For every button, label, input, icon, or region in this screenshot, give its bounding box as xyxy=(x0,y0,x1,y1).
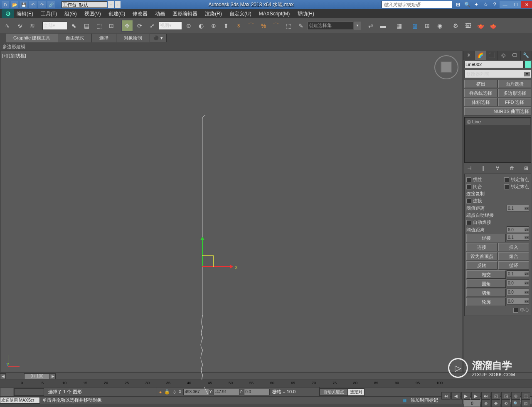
pin-stack-icon[interactable]: ⊣ xyxy=(465,164,473,172)
nav1-icon[interactable]: ◱ xyxy=(491,392,500,400)
lock2-icon[interactable]: 🔒 xyxy=(164,389,170,395)
material-icon[interactable]: ◉ xyxy=(434,20,446,32)
btn-chamfer[interactable]: 切角 xyxy=(466,289,506,297)
selection-filter[interactable]: 全部 ▾ xyxy=(42,22,67,30)
mirror-icon[interactable]: ⇄ xyxy=(365,20,377,32)
btn-weld[interactable]: 焊接 xyxy=(466,234,506,242)
angle-snap-icon[interactable]: 3 xyxy=(233,20,244,32)
btn-cycle[interactable]: 循环 xyxy=(498,261,530,270)
modifier-list-dropdown[interactable]: 修改器列表 xyxy=(464,70,531,78)
btn-reverse[interactable]: 反转 xyxy=(466,261,498,270)
panel-tab-display[interactable]: 🖵 xyxy=(509,51,521,60)
selset-dd-icon[interactable]: ▼ xyxy=(354,22,361,30)
btn-ffd-select[interactable]: FFD 选择 xyxy=(498,98,532,106)
render-frame-icon[interactable]: 🖼 xyxy=(462,20,474,32)
isolate-icon[interactable]: ◊ xyxy=(170,390,179,395)
selection-set-dropdown[interactable]: 创建选择集 xyxy=(308,22,353,30)
minimize-button[interactable]: — xyxy=(500,1,510,8)
lock-icon[interactable]: ● xyxy=(157,390,164,395)
stack-item-line[interactable]: Line xyxy=(466,118,530,125)
help-icon[interactable]: ? xyxy=(490,1,499,8)
redo-icon[interactable]: ↷ xyxy=(38,1,46,8)
configure-icon[interactable]: ⊞ xyxy=(522,164,530,172)
modifier-stack[interactable]: Line xyxy=(464,117,531,163)
menu-graph[interactable]: 图形编辑器 xyxy=(172,10,197,17)
menu-help[interactable]: 帮助(H) xyxy=(297,10,314,17)
remove-mod-icon[interactable]: 🗑 xyxy=(508,164,516,172)
help-search-input[interactable] xyxy=(382,1,452,8)
prev-frame-icon[interactable]: ◀ xyxy=(451,392,461,400)
select-icon[interactable]: ⬉ xyxy=(68,20,80,32)
show-result-icon[interactable]: ‖ xyxy=(479,164,488,172)
menu-maxscript[interactable]: MAXScript(M) xyxy=(259,11,290,17)
time-config-icon[interactable]: ⊕ xyxy=(481,400,490,407)
favorite-icon[interactable]: ☆ xyxy=(481,1,490,8)
maxscript-listener[interactable]: 欢迎使用 MAXScr xyxy=(0,397,40,404)
link-icon[interactable]: 🔗 xyxy=(47,1,55,8)
panel-tab-utilities[interactable]: 🔧 xyxy=(521,51,532,60)
viewport-label[interactable]: [+][顶][线框] xyxy=(2,53,26,59)
chk-linear[interactable] xyxy=(466,177,471,182)
quick-render-icon[interactable]: 🫖 xyxy=(487,20,499,32)
btn-vol-select[interactable]: 体积选择 xyxy=(464,98,498,106)
cross-spinner[interactable]: 0.1 xyxy=(507,270,529,277)
open-icon[interactable]: 📂 xyxy=(11,1,18,8)
keyboard-icon[interactable]: ⊕ xyxy=(208,20,219,32)
rect-select-icon[interactable]: ⬚ xyxy=(93,20,105,32)
vnav2-icon[interactable]: ⟲ xyxy=(501,400,510,407)
goto-end-icon[interactable]: ⏭ xyxy=(481,392,490,400)
btn-extrude[interactable]: 挤出 xyxy=(464,80,498,88)
ribbon-tab-selection[interactable]: 选择 xyxy=(92,34,116,42)
ribbon-tab-paint[interactable]: 对象绘制 xyxy=(116,34,150,42)
ribbon-tab-freeform[interactable]: 自由形式 xyxy=(58,34,92,42)
panel-tab-motion[interactable]: ◎ xyxy=(498,51,510,60)
weld-spinner[interactable]: 0.1 xyxy=(507,234,529,240)
workspace-menu-icon[interactable]: ▸ xyxy=(115,1,121,8)
undo-icon[interactable]: ↶ xyxy=(29,1,37,8)
fillet-spinner[interactable]: 0.0 xyxy=(507,280,529,286)
bind-tool-icon[interactable]: ≋ xyxy=(27,20,38,32)
close-button[interactable]: ✕ xyxy=(521,1,532,8)
chk-bindlast[interactable] xyxy=(504,184,509,189)
curve-editor-icon[interactable]: ▨ xyxy=(409,20,421,32)
save-icon[interactable]: 💾 xyxy=(20,1,27,8)
infocenter-icon[interactable]: ⊞ xyxy=(454,1,462,8)
menu-edit[interactable]: 编辑(E) xyxy=(17,10,33,17)
menu-create[interactable]: 创建(C) xyxy=(108,10,126,17)
move-tool-icon[interactable]: ✥ xyxy=(121,20,133,32)
unlink-tool-icon[interactable]: ∿̷ xyxy=(14,20,26,32)
time-ruler[interactable]: 0510152025303540455055606570758085909510… xyxy=(0,380,532,387)
menu-group[interactable]: 组(G) xyxy=(64,10,76,17)
viewcube[interactable] xyxy=(434,55,458,79)
chk-closed[interactable] xyxy=(466,184,471,189)
autokey-button[interactable]: 自动关键点 xyxy=(320,388,348,396)
window-crossing-icon[interactable]: ⊡ xyxy=(106,20,117,32)
spinner-snap-icon[interactable]: ⌒ xyxy=(270,20,282,32)
ribbon-tab-more[interactable]: ⚫ ▾ xyxy=(150,34,167,42)
z-coord-input[interactable]: 0.0 xyxy=(244,389,270,395)
rotate-tool-icon[interactable]: ⟳ xyxy=(134,20,145,32)
outline-spinner[interactable]: 0.0 xyxy=(507,298,529,304)
btn-cross[interactable]: 相交 xyxy=(466,270,506,279)
ref-coord-dropdown[interactable]: 视图 ▾ xyxy=(159,22,182,30)
menu-render[interactable]: 渲染(R) xyxy=(205,10,222,17)
pivot-icon[interactable]: ⊙ xyxy=(183,20,195,32)
y-coord-input[interactable]: -47.91 xyxy=(214,389,239,395)
render-icon[interactable]: 🫖 xyxy=(475,20,486,32)
vnav3-icon[interactable]: 🔍 xyxy=(511,400,520,407)
vnav4-icon[interactable]: ⊡ xyxy=(521,400,530,407)
layer-icon[interactable]: ▦ xyxy=(393,20,405,32)
play-icon[interactable]: ▶ xyxy=(461,392,470,400)
snap-toggle-icon[interactable]: ⬆ xyxy=(220,20,232,32)
comm-icon[interactable]: ▦ xyxy=(401,397,408,403)
menu-anim[interactable]: 动画 xyxy=(155,10,165,17)
btn-insert[interactable]: 插入 xyxy=(498,243,530,251)
time-input[interactable]: 0 xyxy=(464,400,480,407)
autoweld-spinner[interactable]: 6.0 xyxy=(507,226,529,233)
search-icon[interactable]: 🔍 xyxy=(463,1,471,8)
object-name-input[interactable] xyxy=(464,61,524,68)
btn-fuse[interactable]: 熔合 xyxy=(498,252,530,260)
percent-snap-icon[interactable]: % xyxy=(258,20,269,32)
btn-face-select[interactable]: 面片选择 xyxy=(498,80,532,88)
menu-tools[interactable]: 工具(T) xyxy=(41,10,57,17)
